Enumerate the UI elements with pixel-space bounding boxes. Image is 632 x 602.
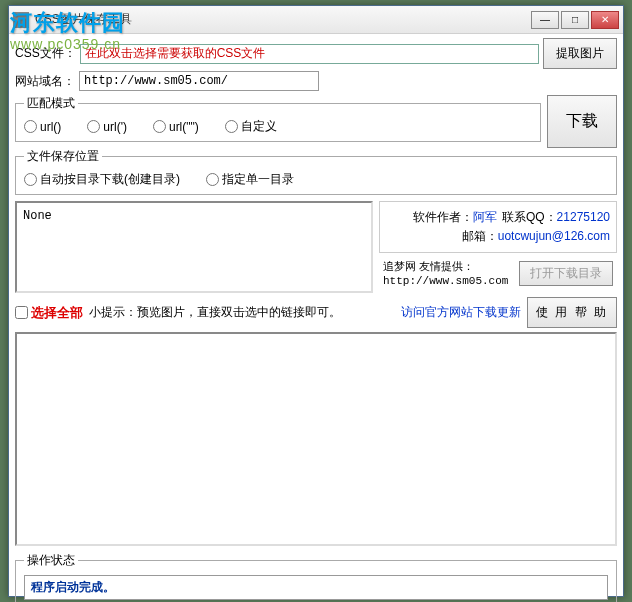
match-mode-group: 匹配模式 url() url(') url("") 自定义 [15, 95, 541, 142]
domain-input[interactable] [79, 71, 319, 91]
save-location-legend: 文件保存位置 [24, 148, 102, 165]
cssfile-input[interactable] [80, 44, 539, 64]
match-mode-radio-3[interactable]: 自定义 [225, 118, 277, 135]
open-dir-button[interactable]: 打开下载目录 [519, 261, 613, 286]
minimize-button[interactable]: — [531, 11, 559, 29]
help-button[interactable]: 使 用 帮 助 [527, 297, 617, 328]
match-mode-radio-1[interactable]: url(') [87, 120, 127, 134]
hint-text: 小提示：预览图片，直接双击选中的链接即可。 [89, 304, 341, 321]
app-icon [13, 12, 29, 28]
status-text: 程序启动完成。 [24, 575, 608, 600]
site-info: 追梦网 友情提供： http://www.sm05.com [383, 259, 508, 288]
maximize-button[interactable]: □ [561, 11, 589, 29]
extract-button[interactable]: 提取图片 [543, 38, 617, 69]
status-legend: 操作状态 [24, 552, 78, 569]
cssfile-label: CSS文件： [15, 45, 76, 62]
preview-text: None [23, 209, 52, 223]
match-mode-radio-2[interactable]: url("") [153, 120, 199, 134]
save-location-group: 文件保存位置 自动按目录下载(创建目录) 指定单一目录 [15, 148, 617, 195]
result-list[interactable] [15, 332, 617, 546]
save-location-radio-0[interactable]: 自动按目录下载(创建目录) [24, 171, 180, 188]
domain-label: 网站域名： [15, 73, 75, 90]
author-info: 软件作者：阿军 联系QQ：21275120 邮箱：uotcwujun@126.c… [379, 201, 617, 253]
status-group: 操作状态 程序启动完成。 [15, 552, 617, 602]
match-mode-legend: 匹配模式 [24, 95, 78, 112]
window-title: CSS图片保存工具 [35, 11, 531, 28]
download-button[interactable]: 下载 [547, 95, 617, 148]
close-button[interactable]: ✕ [591, 11, 619, 29]
info-panel: 软件作者：阿军 联系QQ：21275120 邮箱：uotcwujun@126.c… [379, 201, 617, 293]
preview-area[interactable]: None [15, 201, 373, 293]
app-window: CSS图片保存工具 — □ ✕ CSS文件： 提取图片 网站域名： 匹配模式 u… [8, 5, 624, 597]
titlebar[interactable]: CSS图片保存工具 — □ ✕ [9, 6, 623, 34]
select-all-checkbox[interactable]: 选择全部 [15, 304, 83, 322]
match-mode-radio-0[interactable]: url() [24, 120, 61, 134]
update-link[interactable]: 访问官方网站下载更新 [401, 304, 521, 321]
save-location-radio-1[interactable]: 指定单一目录 [206, 171, 294, 188]
